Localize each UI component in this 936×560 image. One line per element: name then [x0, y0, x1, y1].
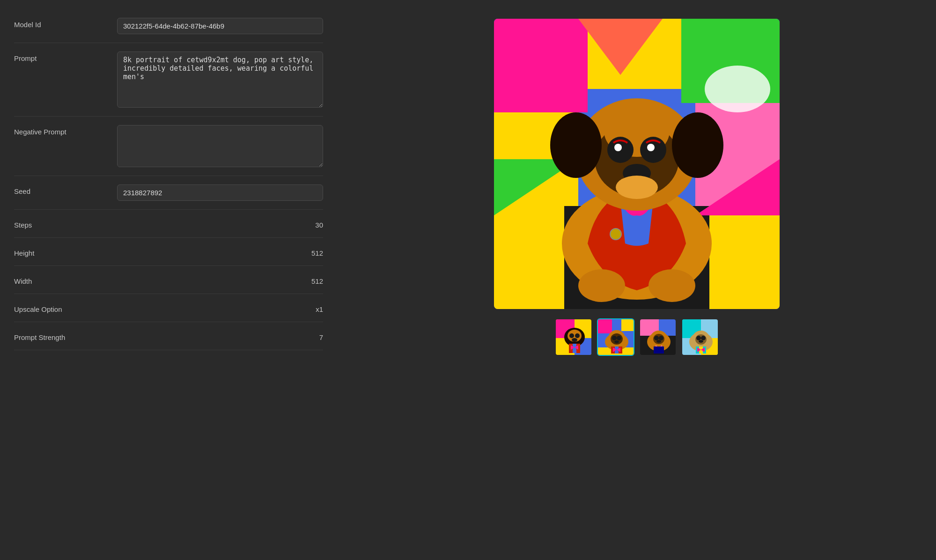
prompt-label: Prompt [14, 52, 117, 62]
svg-point-21 [647, 144, 655, 151]
svg-point-59 [654, 336, 659, 340]
model-id-row: Model Id [14, 9, 323, 43]
svg-point-23 [616, 176, 658, 199]
svg-point-60 [659, 336, 663, 340]
svg-point-48 [614, 340, 619, 343]
steps-row: Steps 30 [14, 210, 323, 238]
svg-rect-1 [494, 19, 588, 112]
model-id-label: Model Id [14, 18, 117, 29]
height-label: Height [14, 246, 117, 257]
svg-point-25 [649, 269, 695, 302]
svg-point-20 [614, 144, 622, 151]
left-panel: Model Id Prompt 8k portrait of cetwd9x2m… [0, 0, 337, 560]
svg-rect-41 [621, 319, 634, 331]
svg-point-61 [656, 340, 661, 343]
negative-prompt-textarea[interactable] [117, 125, 323, 167]
model-id-input[interactable] [117, 18, 323, 34]
prompt-strength-row: Prompt Strength 7 [14, 322, 323, 350]
svg-point-11 [705, 66, 770, 112]
steps-label: Steps [14, 218, 117, 229]
main-image [494, 19, 780, 309]
svg-point-26 [610, 228, 621, 240]
seed-row: Seed [14, 176, 323, 210]
upscale-option-value: x1 [117, 302, 323, 313]
svg-rect-36 [573, 344, 576, 353]
svg-point-16 [672, 112, 723, 178]
height-value: 512 [117, 246, 323, 257]
upscale-option-label: Upscale Option [14, 302, 117, 313]
svg-point-32 [569, 333, 574, 338]
thumbnail-2[interactable] [597, 318, 634, 356]
negative-prompt-label: Negative Prompt [14, 125, 117, 136]
main-image-container [494, 19, 780, 309]
negative-prompt-row: Negative Prompt [14, 117, 323, 176]
svg-point-34 [572, 338, 577, 342]
svg-rect-64 [654, 346, 664, 354]
right-panel [337, 0, 936, 560]
prompt-textarea[interactable]: 8k portrait of cetwd9x2mt dog, pop art s… [117, 52, 323, 108]
prompt-strength-value: 7 [117, 331, 323, 341]
upscale-option-row: Upscale Option x1 [14, 294, 323, 322]
thumbnails-row [555, 318, 719, 356]
seed-label: Seed [14, 184, 117, 195]
svg-point-33 [575, 333, 580, 338]
width-label: Width [14, 274, 117, 285]
width-row: Width 512 [14, 266, 323, 294]
thumbnail-4[interactable] [681, 318, 719, 356]
svg-point-71 [696, 336, 701, 340]
svg-point-46 [612, 336, 617, 340]
seed-input[interactable] [117, 184, 323, 201]
svg-point-24 [578, 269, 625, 302]
svg-point-47 [617, 336, 621, 340]
steps-value: 30 [117, 218, 323, 229]
height-row: Height 512 [14, 238, 323, 266]
prompt-strength-label: Prompt Strength [14, 331, 117, 341]
svg-point-72 [701, 336, 706, 340]
thumbnail-1[interactable] [555, 318, 592, 356]
svg-point-15 [550, 112, 602, 178]
width-value: 512 [117, 274, 323, 285]
svg-point-73 [699, 340, 703, 343]
thumbnail-3[interactable] [639, 318, 677, 356]
svg-rect-40 [598, 319, 612, 333]
prompt-row: Prompt 8k portrait of cetwd9x2mt dog, po… [14, 43, 323, 117]
